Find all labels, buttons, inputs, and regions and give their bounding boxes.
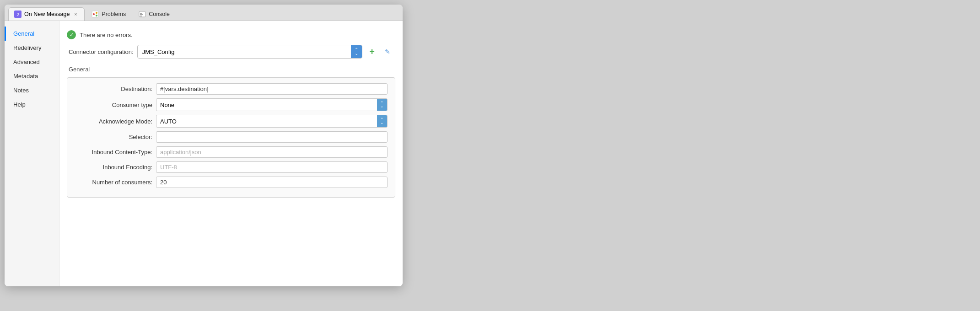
status-bar: ✓ There are no errors.: [67, 27, 395, 45]
number-of-consumers-row: Number of consumers:: [75, 177, 388, 188]
destination-label: Destination:: [75, 86, 152, 92]
status-icon: ✓: [67, 30, 76, 39]
sidebar-item-metadata[interactable]: Metadata: [5, 69, 59, 83]
inbound-encoding-label: Inbound Encoding:: [75, 164, 152, 171]
sidebar-item-general[interactable]: General: [5, 27, 59, 41]
tab-bar: J On New Message × Problems: [5, 5, 403, 21]
connector-config-row: Connector configuration: JMS_Config + ✎: [67, 45, 395, 59]
right-panel: ✓ There are no errors. Connector configu…: [59, 21, 403, 286]
inbound-encoding-row: Inbound Encoding:: [75, 161, 388, 173]
acknowledge-mode-select[interactable]: AUTO: [156, 115, 388, 128]
console-icon: [139, 11, 146, 18]
connector-config-select[interactable]: JMS_Config: [137, 45, 362, 59]
sidebar-item-redelivery[interactable]: Redelivery: [5, 41, 59, 55]
inbound-encoding-input[interactable]: [156, 161, 388, 173]
section-body: Destination: Consumer type None: [67, 77, 395, 198]
inbound-content-type-input[interactable]: [156, 146, 388, 158]
selector-row: Selector:: [75, 131, 388, 143]
main-window: J On New Message × Problems: [5, 5, 403, 286]
tab-console-label: Console: [149, 11, 170, 17]
status-message: There are no errors.: [80, 32, 133, 38]
selector-label: Selector:: [75, 134, 152, 140]
updown-icon: [380, 118, 384, 124]
jms-icon: J: [14, 11, 22, 18]
destination-row: Destination:: [75, 83, 388, 95]
connector-config-arrow[interactable]: [351, 45, 362, 58]
acknowledge-mode-value: AUTO: [156, 116, 377, 127]
sidebar: General Redelivery Advanced Metadata Not…: [5, 21, 59, 286]
tab-problems-label: Problems: [102, 11, 126, 17]
section-title: General: [67, 66, 395, 73]
svg-point-3: [96, 15, 97, 16]
edit-connector-button[interactable]: ✎: [382, 46, 393, 58]
add-connector-button[interactable]: +: [366, 46, 378, 58]
svg-point-2: [96, 12, 97, 14]
tab-console[interactable]: Console: [133, 7, 176, 21]
consumer-type-select[interactable]: None: [156, 98, 388, 111]
acknowledge-mode-label: Acknowledge Mode:: [75, 118, 152, 125]
inbound-content-type-row: Inbound Content-Type:: [75, 146, 388, 158]
problems-icon: [92, 11, 99, 18]
consumer-type-label: Consumer type: [75, 102, 152, 108]
general-section: General Destination: Consumer type None: [67, 66, 395, 198]
consumer-type-row: Consumer type None: [75, 98, 388, 111]
updown-icon: [355, 48, 358, 55]
main-content: General Redelivery Advanced Metadata Not…: [5, 21, 403, 286]
sidebar-item-advanced[interactable]: Advanced: [5, 55, 59, 69]
tab-problems[interactable]: Problems: [86, 7, 132, 21]
svg-point-1: [93, 13, 95, 15]
inbound-content-type-label: Inbound Content-Type:: [75, 149, 152, 156]
acknowledge-mode-row: Acknowledge Mode: AUTO: [75, 115, 388, 128]
consumer-type-arrow[interactable]: [377, 99, 387, 111]
connector-config-label: Connector configuration:: [69, 48, 134, 55]
updown-icon: [380, 102, 384, 108]
sidebar-item-notes[interactable]: Notes: [5, 83, 59, 97]
tab-close-button[interactable]: ×: [72, 11, 79, 17]
tab-on-new-message[interactable]: J On New Message ×: [8, 7, 85, 21]
number-of-consumers-label: Number of consumers:: [75, 179, 152, 186]
destination-input[interactable]: [156, 83, 388, 95]
number-of-consumers-input[interactable]: [156, 177, 388, 188]
edit-icon: ✎: [385, 48, 390, 55]
sidebar-item-help[interactable]: Help: [5, 97, 59, 112]
acknowledge-mode-arrow[interactable]: [377, 115, 387, 127]
selector-input[interactable]: [156, 131, 388, 143]
plus-icon: +: [369, 47, 375, 56]
connector-config-value: JMS_Config: [138, 46, 351, 58]
consumer-type-value: None: [156, 100, 377, 110]
tab-on-new-message-label: On New Message: [24, 11, 70, 17]
